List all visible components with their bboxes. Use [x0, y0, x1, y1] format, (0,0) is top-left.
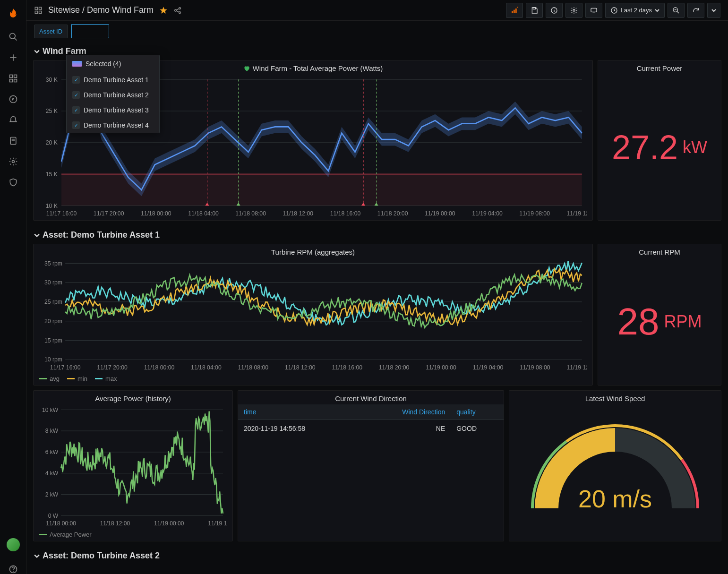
svg-text:25 K: 25 K [46, 108, 58, 114]
chart-legend: Average Power [34, 530, 232, 541]
svg-text:11/17 16:00: 11/17 16:00 [50, 364, 81, 370]
svg-text:11/19 12:00: 11/19 12:00 [208, 520, 227, 526]
svg-text:11/19 12:00: 11/19 12:00 [566, 364, 587, 370]
chart-avg-power: 0 W2 kW4 kW6 kW8 kW10 kW11/18 00:0011/18… [37, 407, 227, 528]
panel-wind-direction[interactable]: Current Wind Direction time Wind Directi… [238, 390, 504, 541]
svg-line-1 [14, 38, 17, 41]
svg-text:11/19 00:00: 11/19 00:00 [425, 210, 455, 216]
panel-rpm[interactable]: Turbine RPM (aggregates) 10 rpm15 rpm20 … [33, 244, 593, 386]
svg-rect-4 [9, 75, 12, 78]
svg-text:11/18 08:00: 11/18 08:00 [235, 210, 266, 216]
svg-text:11/19 08:00: 11/19 08:00 [519, 210, 550, 216]
stat-unit: RPM [664, 312, 702, 332]
explore-icon[interactable] [9, 94, 18, 104]
svg-point-33 [554, 9, 554, 9]
panel-title-text: Latest Wind Speed [585, 394, 645, 403]
help-icon[interactable] [9, 565, 18, 574]
time-range-label: Last 2 days [621, 7, 652, 14]
svg-text:11/18 16:00: 11/18 16:00 [332, 364, 362, 370]
svg-text:4 kW: 4 kW [45, 470, 59, 477]
row-header-asset-1[interactable]: Asset: Demo Turbine Asset 1 [33, 225, 721, 244]
variable-input[interactable] [71, 24, 109, 38]
info-button[interactable] [546, 3, 563, 18]
document-icon[interactable] [9, 136, 18, 146]
variable-bar: Asset ID [26, 21, 728, 42]
svg-text:11/17 16:00: 11/17 16:00 [46, 210, 77, 216]
svg-rect-27 [514, 9, 515, 13]
stat-value: 28 [617, 303, 659, 341]
svg-point-0 [9, 34, 15, 39]
svg-text:11/19 12:00: 11/19 12:00 [566, 210, 587, 216]
panel-title-text: Current Power [637, 64, 683, 72]
share-icon[interactable] [173, 6, 182, 15]
svg-text:11/19 00:00: 11/19 00:00 [426, 364, 456, 370]
svg-text:11/18 20:00: 11/18 20:00 [377, 210, 408, 216]
panel-current-rpm[interactable]: Current RPM 28 RPM [598, 244, 721, 386]
svg-text:11/18 04:00: 11/18 04:00 [191, 364, 222, 370]
dashboard-title[interactable]: Sitewise / Demo Wind Farm [48, 5, 154, 15]
panel-wind-speed[interactable]: Latest Wind Speed 20 m/s [509, 390, 721, 541]
dashboards-icon[interactable] [9, 74, 18, 83]
svg-text:11/17 20:00: 11/17 20:00 [94, 210, 124, 216]
svg-text:11/18 12:00: 11/18 12:00 [285, 364, 316, 370]
gear-icon[interactable] [9, 157, 18, 166]
panel-current-power[interactable]: Current Power 27.2 kW [598, 60, 721, 221]
table-header[interactable]: time [238, 404, 360, 420]
panel-title-text: Current RPM [639, 248, 680, 256]
zoom-out-button[interactable] [668, 3, 685, 18]
dropdown-header: Selected (4) [67, 55, 159, 72]
svg-point-13 [12, 161, 14, 163]
panel-avg-power-history[interactable]: Average Power (history) 0 W2 kW4 kW6 kW8… [33, 390, 233, 541]
svg-text:11/18 00:00: 11/18 00:00 [46, 520, 76, 526]
checkbox-checked-icon: ✓ [72, 106, 80, 114]
svg-text:20 K: 20 K [46, 139, 58, 146]
table-row: 2020-11-19 14:56:58 NE GOOD [238, 420, 504, 437]
svg-line-25 [176, 10, 179, 12]
svg-text:11/18 08:00: 11/18 08:00 [238, 364, 269, 370]
refresh-interval-button[interactable] [707, 3, 720, 18]
refresh-button[interactable] [687, 3, 704, 18]
svg-text:15 K: 15 K [46, 171, 58, 178]
dropdown-item[interactable]: ✓Demo Turbine Asset 2 [67, 87, 159, 103]
checkbox-checked-icon: ✓ [72, 121, 80, 129]
search-icon[interactable] [9, 32, 18, 42]
svg-text:30 rpm: 30 rpm [44, 279, 62, 286]
table-header[interactable]: Wind Direction [360, 404, 451, 420]
tv-mode-button[interactable] [585, 3, 602, 18]
plus-icon[interactable] [9, 53, 18, 62]
settings-button[interactable] [565, 3, 582, 18]
svg-text:11/18 16:00: 11/18 16:00 [330, 210, 361, 216]
svg-rect-19 [39, 11, 42, 13]
stat-value: 27.2 [612, 130, 678, 164]
table-header[interactable]: quality [451, 404, 504, 420]
svg-text:25 rpm: 25 rpm [44, 299, 62, 305]
svg-rect-35 [591, 8, 597, 12]
dropdown-item[interactable]: ✓Demo Turbine Asset 4 [67, 118, 159, 133]
svg-rect-5 [14, 75, 17, 78]
panel-title-text: Current Wind Direction [335, 394, 407, 403]
dropdown-item[interactable]: ✓Demo Turbine Asset 1 [67, 72, 159, 87]
svg-rect-26 [512, 11, 513, 13]
time-range-button[interactable]: Last 2 days [605, 3, 665, 18]
svg-rect-6 [9, 79, 12, 82]
svg-text:11/19 00:00: 11/19 00:00 [154, 520, 184, 526]
svg-text:11/19 04:00: 11/19 04:00 [473, 364, 504, 370]
panel-title-text: Turbine RPM (aggregates) [271, 248, 355, 256]
avatar[interactable] [7, 538, 20, 551]
svg-text:8 kW: 8 kW [45, 428, 59, 434]
add-panel-button[interactable]: + [506, 3, 523, 18]
checkbox-checked-icon: ✓ [72, 91, 80, 99]
row-header-asset-2[interactable]: Asset: Demo Turbine Asset 2 [33, 546, 721, 565]
variable-dropdown[interactable]: Selected (4) ✓Demo Turbine Asset 1 ✓Demo… [66, 55, 160, 133]
shield-icon[interactable] [9, 178, 18, 187]
dropdown-item[interactable]: ✓Demo Turbine Asset 3 [67, 103, 159, 118]
svg-rect-16 [35, 7, 37, 9]
svg-text:15 rpm: 15 rpm [44, 337, 62, 343]
alerting-icon[interactable] [9, 115, 18, 125]
table-cell: GOOD [451, 420, 504, 437]
svg-text:6 kW: 6 kW [45, 449, 59, 455]
save-button[interactable] [526, 3, 543, 18]
chart-legend: avg min max [34, 374, 592, 385]
star-icon[interactable] [159, 6, 168, 15]
heart-icon [243, 65, 250, 72]
